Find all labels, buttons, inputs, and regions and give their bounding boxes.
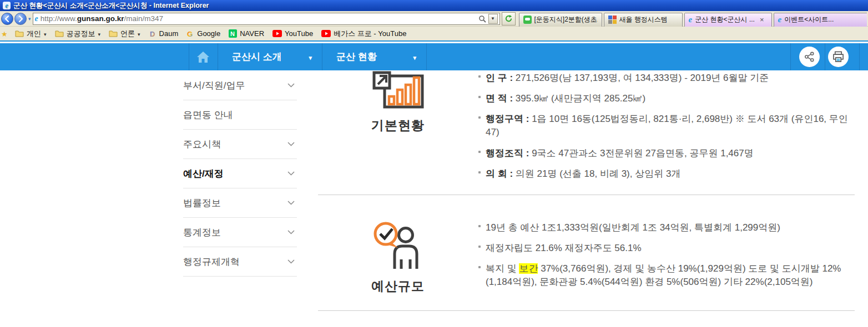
favorite-vegas-youtube[interactable]: 베가스 프로 - YouTube <box>321 29 406 39</box>
home-icon <box>196 50 210 64</box>
section-budget-scale: 예산규모 19년 총 예산 1조1,333억원(일반회계 1조 34억원, 특별… <box>318 221 855 297</box>
nav-menu-city-intro[interactable]: 군산시 소개 <box>218 43 322 70</box>
nav-separator <box>859 43 860 70</box>
nav-separator <box>790 43 791 70</box>
sidebar-item-major-policies[interactable]: 주요시책 <box>183 130 297 159</box>
dropdown-caret-icon <box>44 29 47 38</box>
refresh-icon <box>504 14 513 23</box>
forward-button[interactable] <box>14 13 27 25</box>
favorite-daum[interactable]: D Daum <box>149 29 179 38</box>
address-input[interactable]: e http://www.gunsan.go.kr/main/m347 ▼ <box>33 13 500 25</box>
search-highlight: 보간 <box>519 263 538 274</box>
naver-icon: N <box>229 29 237 38</box>
bar-chart-growth-icon <box>372 71 425 109</box>
favorite-folder-personal[interactable]: 개인 <box>15 29 47 39</box>
sidebar-item-legal-info[interactable]: 법률정보 <box>183 188 297 218</box>
list-item: 의 회 : 의원 21명 (선출 18, 비례 3), 상임위 3개 <box>478 167 855 181</box>
back-button[interactable] <box>1 13 13 25</box>
person-check-bubble-icon <box>370 221 426 269</box>
tab-close-icon[interactable]: × <box>760 16 764 24</box>
share-button[interactable] <box>799 47 820 67</box>
youtube-icon <box>272 30 282 37</box>
print-button[interactable] <box>828 47 849 67</box>
ie-favicon: e <box>778 15 782 24</box>
list-item: 재정자립도 21.6% 재정자주도 56.1% <box>478 242 855 255</box>
sidebar-item-regulation-reform[interactable]: 행정규제개혁 <box>183 247 297 277</box>
favorite-folder-press[interactable]: 언론 <box>109 29 140 39</box>
chevron-down-icon <box>287 230 295 234</box>
ie-favicon: e <box>689 15 693 24</box>
tab-bar: [운동지식]2분할(생초... 새올 행정시스템 e 군산 현황<군산시 ...… <box>519 11 867 27</box>
dropdown-caret-icon <box>98 29 101 38</box>
chevron-down-icon <box>287 259 295 264</box>
history-dropdown-icon[interactable]: ▾ <box>28 16 31 22</box>
list-item: 행정조직 : 9국소 47관과소 3전문위원 27읍면동, 공무원 1,467명 <box>478 147 855 160</box>
favorite-naver[interactable]: N NAVER <box>229 29 264 38</box>
home-button[interactable] <box>189 43 218 70</box>
chevron-down-icon <box>287 83 295 88</box>
chevron-down-icon <box>287 142 295 146</box>
print-icon <box>832 51 844 63</box>
menu-caret-icon <box>413 52 416 63</box>
list-item: 행정구역 : 1읍 10면 16동(125법정동리, 821통·리, 2,698… <box>478 113 855 139</box>
sidebar-item-town-guide[interactable]: 읍면동 안내 <box>183 100 297 130</box>
tab-event[interactable]: e 이벤트<사이트... <box>774 13 867 27</box>
green-app-icon <box>523 16 532 24</box>
favorites-star-icon[interactable]: ★ <box>1 30 7 38</box>
sidebar-menu: 부서/직원/업무 읍면동 안내 주요시책 예산/재정 법률정보 통계정보 행정규… <box>183 71 297 277</box>
menu-caret-icon <box>309 52 312 63</box>
folder-icon <box>109 30 118 37</box>
favorite-google[interactable]: G Google <box>186 29 220 38</box>
search-dropdown-button[interactable]: ▼ <box>488 14 498 24</box>
browser-window: e 군산 현황<군산시 소개<군산소개<군산시청 - Internet Expl… <box>0 0 868 327</box>
section-divider <box>318 195 855 195</box>
tab-gunsan-active[interactable]: e 군산 현황<군산시 ... × <box>684 13 772 27</box>
address-bar-row: ▾ e http://www.gunsan.go.kr/main/m347 ▼ … <box>0 11 868 27</box>
search-icon[interactable] <box>478 15 486 23</box>
svg-text:N: N <box>230 30 235 37</box>
nav-menu-gunsan-status[interactable]: 군산 현황 <box>322 43 426 70</box>
list-item: 19년 총 예산 1조1,333억원(일반회계 1조 34억원, 특별회계 1,… <box>478 221 855 234</box>
tab-saeol[interactable]: 새올 행정시스템 <box>604 13 683 27</box>
google-icon: G <box>186 30 194 38</box>
tab-exercise[interactable]: [운동지식]2분할(생초... <box>519 13 602 27</box>
share-icon <box>804 52 815 62</box>
sidebar-item-departments[interactable]: 부서/직원/업무 <box>183 71 297 100</box>
nav-separator <box>825 43 825 70</box>
youtube-icon <box>321 30 331 37</box>
favorite-youtube[interactable]: YouTube <box>272 29 313 38</box>
section-title: 기본현황 <box>371 117 425 134</box>
chevron-down-icon <box>287 201 295 205</box>
chevron-down-icon <box>287 171 295 176</box>
window-titlebar: e 군산 현황<군산시 소개<군산소개<군산시청 - Internet Expl… <box>0 0 868 11</box>
sidebar-item-budget-finance[interactable]: 예산/재정 <box>183 159 297 188</box>
section-divider <box>318 310 855 311</box>
list-item: 복지 및 보간 37%(3,766억원), 경제 및 농수산 19%(1,929… <box>478 262 855 289</box>
svg-text:G: G <box>187 30 193 38</box>
list-item: 인 구 : 271,526명(남 137,193명, 여 134,333명) -… <box>478 71 855 85</box>
section-icon-column: 기본현황 <box>318 71 478 188</box>
favorites-bar: ★ 개인 공공정보 언론 D Daum G Google N NAVER You… <box>0 27 868 42</box>
refresh-button[interactable] <box>502 12 516 25</box>
section-icon-column: 예산규모 <box>318 221 478 297</box>
site-navigation-bar: 군산시 소개 군산 현황 <box>0 43 868 70</box>
folder-icon <box>15 30 24 37</box>
window-title: 군산 현황<군산시 소개<군산소개<군산시청 - Internet Explor… <box>13 1 209 11</box>
folder-icon <box>55 30 64 37</box>
back-arrow-icon <box>4 16 11 22</box>
list-item: 면 적 : 395.9㎢ (새만금지역 285.25㎢) <box>478 92 855 105</box>
saeol-app-icon <box>608 16 617 24</box>
favorite-folder-public-info[interactable]: 공공정보 <box>55 29 101 39</box>
section-title: 예산규모 <box>371 278 425 295</box>
nav-separator <box>426 43 427 70</box>
dropdown-caret-icon <box>138 29 140 38</box>
bullet-list: 19년 총 예산 1조1,333억원(일반회계 1조 34억원, 특별회계 1,… <box>478 221 855 297</box>
url-text[interactable]: http://www.gunsan.go.kr/main/m347 <box>41 14 476 23</box>
ie-page-icon: e <box>3 2 11 9</box>
section-basic-status: 기본현황 인 구 : 271,526명(남 137,193명, 여 134,33… <box>318 71 855 188</box>
sidebar-item-statistics[interactable]: 통계정보 <box>183 218 297 247</box>
main-content: 기본현황 인 구 : 271,526명(남 137,193명, 여 134,33… <box>318 71 855 311</box>
ie-favicon: e <box>35 14 38 23</box>
forward-arrow-icon <box>17 16 24 22</box>
daum-icon: D <box>149 30 157 38</box>
